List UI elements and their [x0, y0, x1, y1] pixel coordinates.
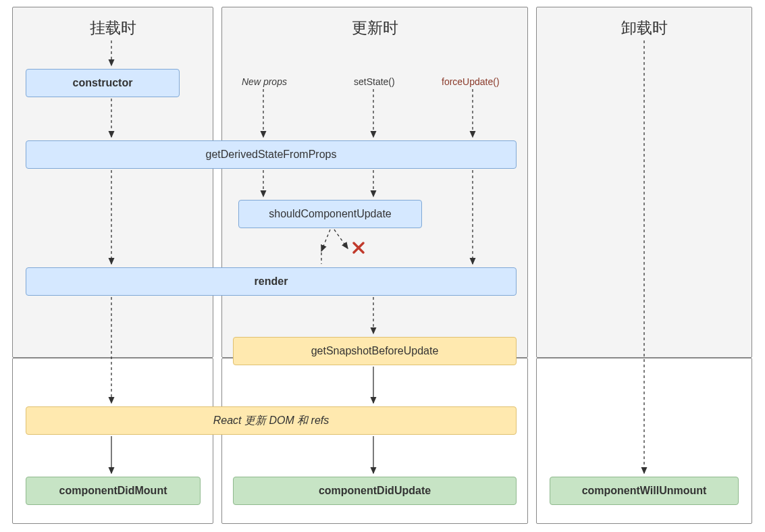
- mount-panel-top: [12, 7, 213, 358]
- update-title: 更新时: [221, 18, 528, 38]
- node-react-update: React 更新 DOM 和 refs: [26, 406, 517, 435]
- node-will-unmount: componentWillUnmount: [550, 477, 739, 505]
- node-get-snapshot: getSnapshotBeforeUpdate: [233, 337, 517, 365]
- node-did-mount: componentDidMount: [26, 477, 201, 505]
- node-render: render: [26, 267, 517, 296]
- trigger-force-update: forceUpdate(): [442, 76, 500, 87]
- trigger-set-state: setState(): [354, 76, 395, 87]
- node-did-update: componentDidUpdate: [233, 477, 517, 505]
- trigger-force-update-label: forceUpdate(): [442, 76, 500, 87]
- trigger-new-props: New props: [242, 76, 287, 87]
- x-icon: [352, 242, 365, 254]
- update-panel-top: [221, 7, 528, 358]
- lifecycle-diagram: 挂载时 更新时 卸载时 New props setState() forceUp…: [0, 0, 765, 532]
- mount-title: 挂载时: [12, 18, 213, 38]
- node-should-update: shouldComponentUpdate: [238, 200, 422, 228]
- node-constructor: constructor: [26, 69, 180, 97]
- node-get-derived: getDerivedStateFromProps: [26, 140, 517, 169]
- unmount-title: 卸载时: [536, 18, 752, 38]
- unmount-panel-top: [536, 7, 752, 358]
